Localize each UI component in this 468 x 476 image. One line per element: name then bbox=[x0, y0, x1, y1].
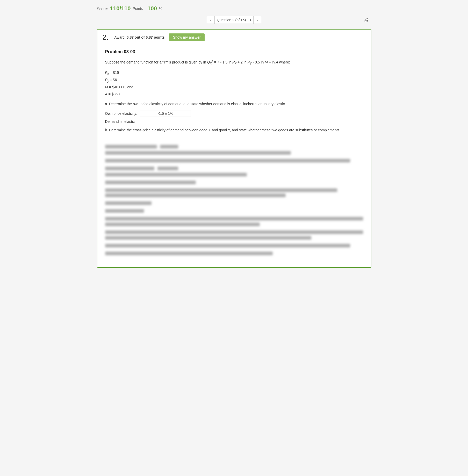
question-header: 2. Award: 6.87 out of 6.87 points Show m… bbox=[97, 30, 371, 44]
var-m: M = $40,000, and bbox=[105, 84, 363, 91]
nav-controls: ‹ Question 1 (of 16) Question 2 (of 16) … bbox=[207, 16, 261, 24]
part-b-question: b. Determine the cross-price elasticity … bbox=[105, 127, 363, 133]
print-button[interactable]: 🖨 bbox=[361, 16, 371, 25]
award-value: 6.87 out of 6.87 points bbox=[127, 35, 165, 39]
nav-bar: ‹ Question 1 (of 16) Question 2 (of 16) … bbox=[97, 16, 371, 24]
page-wrapper: Score: 110/110 Points 100 % ‹ Question 1… bbox=[92, 0, 377, 476]
question-number: 2. bbox=[103, 33, 110, 41]
problem-title: Problem 03-03 bbox=[105, 49, 363, 54]
own-price-label: Own price elasticity: bbox=[105, 111, 137, 116]
score-bar: Score: 110/110 Points 100 % bbox=[97, 5, 371, 12]
question-selector[interactable]: Question 1 (of 16) Question 2 (of 16) Qu… bbox=[217, 18, 251, 22]
answer-row-own-price: Own price elasticity: bbox=[105, 110, 363, 117]
question-selector-wrapper: Question 1 (of 16) Question 2 (of 16) Qu… bbox=[215, 16, 253, 24]
var-px: Px = $15 bbox=[105, 69, 363, 76]
next-question-button[interactable]: › bbox=[253, 16, 261, 24]
question-section: 2. Award: 6.87 out of 6.87 points Show m… bbox=[97, 29, 371, 268]
own-price-input[interactable] bbox=[140, 110, 191, 117]
score-points-label: Points bbox=[133, 6, 143, 11]
demand-is: Demand is: elastic bbox=[105, 119, 363, 124]
score-label: Score: bbox=[97, 6, 108, 11]
score-percent-label: % bbox=[159, 6, 162, 11]
blurred-content bbox=[105, 145, 363, 255]
question-award: Award: 6.87 out of 6.87 points bbox=[114, 35, 165, 39]
prev-question-button[interactable]: ‹ bbox=[207, 16, 215, 24]
var-a: A = $350 bbox=[105, 91, 363, 98]
problem-content: Problem 03-03 Suppose the demand functio… bbox=[97, 44, 371, 145]
score-value: 110/110 bbox=[110, 5, 131, 12]
problem-vars: Px = $15 Py = $6 M = $40,000, and A = $3… bbox=[105, 69, 363, 97]
part-a-question: a. Determine the own price elasticity of… bbox=[105, 101, 363, 107]
score-percent-value: 100 bbox=[147, 5, 157, 12]
show-answer-button[interactable]: Show my answer bbox=[169, 33, 205, 41]
blurred-section bbox=[97, 145, 371, 267]
problem-intro: Suppose the demand function for a firm's… bbox=[105, 59, 363, 66]
var-py: Py = $6 bbox=[105, 76, 363, 84]
award-label: Award: bbox=[114, 35, 127, 39]
